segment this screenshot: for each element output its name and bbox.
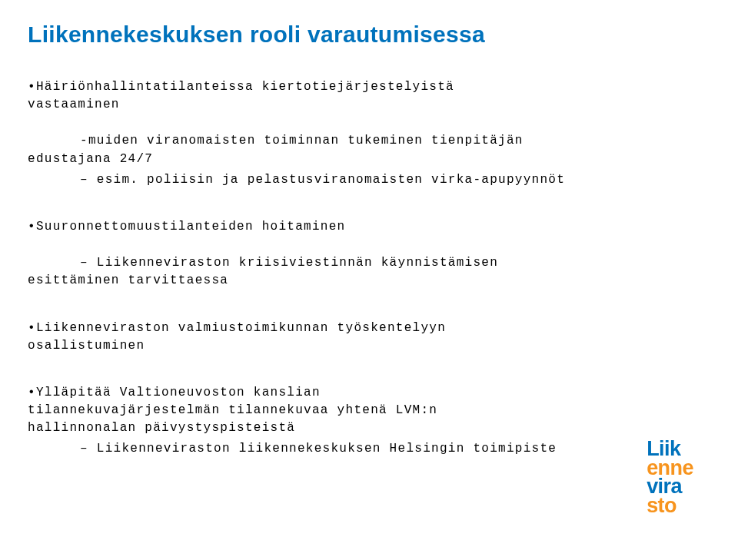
bullet-4-line-3: hallinnonalan päivystyspisteistä: [28, 419, 710, 437]
bullet-2-sub-1a: – Liikenneviraston kriisiviestinnän käyn…: [80, 254, 710, 272]
bullet-1-sub-1a: -muiden viranomaisten toiminnan tukemine…: [80, 132, 710, 150]
bullet-3: •Liikenneviraston valmiustoimikunnan työ…: [28, 320, 710, 355]
body-content: •Häiriönhallintatilanteissa kiertotiejär…: [28, 78, 710, 459]
liikennevirasto-logo: Liik enne vira sto: [647, 439, 693, 515]
bullet-2-line-1: •Suuronnettomuustilanteiden hoitaminen: [28, 218, 710, 236]
bullet-4-line-2: tilannekuvajärjestelmän tilannekuvaa yht…: [28, 402, 710, 419]
bullet-1-line-2: vastaaminen: [28, 96, 710, 114]
bullet-1-sub-2: – esim. poliisin ja pelastusviranomaiste…: [28, 171, 710, 189]
bullet-2-sub-1b: esittäminen tarvittaessa: [28, 272, 710, 290]
logo-r3b: sto: [647, 494, 676, 517]
bullet-1-sub-1: -muiden viranomaisten toiminnan tukemine…: [28, 132, 710, 150]
bullet-3-line-2: osallistuminen: [28, 337, 710, 355]
bullet-1-sub-1b: edustajana 24/7: [28, 151, 710, 168]
bullet-4-line-1: •Ylläpitää Valtioneuvoston kanslian: [28, 384, 710, 402]
bullet-3-line-1: •Liikenneviraston valmiustoimikunnan työ…: [28, 320, 710, 337]
bullet-1-sub-2-text: – esim. poliisin ja pelastusviranomaiste…: [80, 171, 710, 189]
bullet-4: •Ylläpitää Valtioneuvoston kanslian tila…: [28, 384, 710, 459]
page-title: Liikennekeskuksen rooli varautumisessa: [28, 22, 710, 48]
bullet-1: •Häiriönhallintatilanteissa kiertotiejär…: [28, 78, 710, 189]
bullet-4-foot: – Liikenneviraston liikennekeskuksen Hel…: [28, 440, 710, 458]
bullet-2-sub-1: – Liikenneviraston kriisiviestinnän käyn…: [28, 254, 710, 272]
bullet-1-line-1: •Häiriönhallintatilanteissa kiertotiejär…: [28, 78, 710, 96]
bullet-2: •Suuronnettomuustilanteiden hoitaminen –…: [28, 218, 710, 290]
